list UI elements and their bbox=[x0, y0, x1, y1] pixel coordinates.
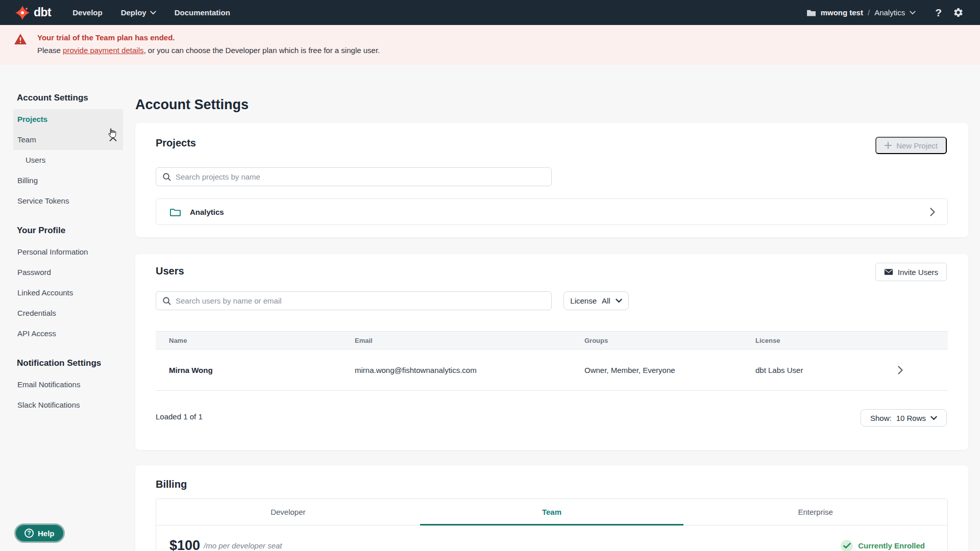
chevron-right-icon bbox=[898, 366, 903, 374]
sidebar-item-team[interactable]: Team bbox=[13, 130, 123, 150]
help-question-icon: ? bbox=[24, 529, 34, 538]
license-filter-label: License bbox=[570, 296, 597, 305]
folder-outline-icon bbox=[169, 207, 181, 217]
billing-plans-panel: Developer Team Enterprise $100 /mo per d… bbox=[156, 498, 948, 551]
project-row-analytics[interactable]: Analytics bbox=[156, 198, 948, 225]
page-title: Account Settings bbox=[135, 97, 249, 113]
trial-banner: Your trial of the Team plan has ended. P… bbox=[0, 25, 980, 65]
col-header-groups: Groups bbox=[571, 337, 742, 344]
table-row[interactable]: Mirna Wong mirna.wong@fishtownanalytics.… bbox=[156, 349, 948, 391]
enrolled-status: Currently Enrolled bbox=[841, 540, 925, 551]
sidebar-item-billing[interactable]: Billing bbox=[13, 170, 123, 191]
sidebar-heading-your-profile: Your Profile bbox=[13, 226, 123, 236]
col-header-email: Email bbox=[341, 337, 571, 344]
nav-help-icon[interactable]: ? bbox=[930, 7, 947, 19]
users-search-input[interactable] bbox=[176, 296, 545, 305]
show-rows-dropdown[interactable]: Show: 10 Rows bbox=[861, 409, 947, 427]
search-icon bbox=[162, 296, 171, 305]
sidebar-item-credentials[interactable]: Credentials bbox=[13, 303, 123, 323]
search-icon bbox=[162, 172, 171, 181]
gear-icon[interactable] bbox=[952, 7, 965, 18]
banner-title: Your trial of the Team plan has ended. bbox=[37, 33, 380, 42]
chevron-down-icon bbox=[616, 298, 622, 303]
projects-heading: Projects bbox=[156, 137, 196, 149]
user-groups-cell: Owner, Member, Everyone bbox=[571, 366, 742, 374]
projects-search-box bbox=[156, 167, 552, 186]
nav-item-develop[interactable]: Develop bbox=[72, 8, 102, 17]
enrolled-text: Currently Enrolled bbox=[858, 541, 925, 550]
sidebar-item-service-tokens[interactable]: Service Tokens bbox=[13, 191, 123, 211]
plus-icon bbox=[885, 142, 892, 149]
chevron-down-icon bbox=[930, 416, 937, 420]
col-header-name: Name bbox=[156, 337, 341, 344]
user-name-cell: Mirna Wong bbox=[156, 366, 341, 374]
nav-menu: Develop Deploy Documentation bbox=[72, 8, 230, 17]
users-table: Name Email Groups License Mirna Wong mir… bbox=[156, 331, 948, 391]
tab-enterprise[interactable]: Enterprise bbox=[683, 499, 947, 525]
license-filter-dropdown[interactable]: License All bbox=[564, 291, 629, 310]
check-icon bbox=[841, 540, 853, 551]
sidebar-item-linked-accounts[interactable]: Linked Accounts bbox=[13, 283, 123, 303]
show-rows-label: Show: bbox=[870, 414, 892, 422]
account-name: mwong test bbox=[821, 8, 863, 17]
tab-team[interactable]: Team bbox=[420, 499, 684, 525]
nav-right: mwong test / Analytics ? bbox=[806, 7, 965, 19]
projects-card: Projects New Project Analytics bbox=[135, 123, 968, 237]
col-header-license: License bbox=[742, 337, 948, 344]
banner-body-prefix: Please bbox=[37, 46, 63, 55]
projects-search-input[interactable] bbox=[176, 172, 545, 181]
nav-item-deploy[interactable]: Deploy bbox=[121, 8, 156, 17]
top-nav: dbt Develop Deploy Documentation mwong t… bbox=[0, 0, 980, 25]
banner-body-suffix: , or you can choose the Developer plan w… bbox=[143, 46, 380, 55]
user-license-cell: dbt Labs User bbox=[742, 366, 948, 374]
show-rows-value: 10 Rows bbox=[896, 414, 926, 422]
billing-card: Billing Developer Team Enterprise $100 /… bbox=[135, 465, 968, 551]
sidebar-item-users[interactable]: Users bbox=[13, 150, 123, 170]
sidebar-heading-account-settings: Account Settings bbox=[13, 93, 123, 103]
sidebar-heading-notification-settings: Notification Settings bbox=[13, 358, 123, 368]
project-name-label: Analytics bbox=[190, 208, 224, 216]
chevron-right-icon bbox=[930, 208, 935, 216]
breadcrumb-separator: / bbox=[868, 8, 870, 17]
loaded-status: Loaded 1 of 1 bbox=[156, 412, 203, 421]
chevron-up-icon bbox=[109, 136, 117, 142]
new-project-button[interactable]: New Project bbox=[875, 137, 947, 154]
chevron-down-icon bbox=[150, 11, 156, 15]
users-card: Users Invite Users License All Name Emai… bbox=[135, 254, 968, 450]
banner-text: Your trial of the Team plan has ended. P… bbox=[37, 33, 380, 55]
envelope-icon bbox=[884, 268, 893, 276]
plan-price-suffix: /mo per developer seat bbox=[204, 541, 282, 550]
dbt-logo-icon bbox=[15, 6, 30, 20]
project-name: Analytics bbox=[874, 8, 905, 17]
nav-item-documentation[interactable]: Documentation bbox=[175, 8, 230, 17]
sidebar-item-slack-notifications[interactable]: Slack Notifications bbox=[13, 395, 123, 415]
payment-details-link[interactable]: provide payment details bbox=[63, 46, 143, 55]
chevron-down-icon bbox=[910, 11, 916, 15]
help-button-label: Help bbox=[38, 529, 55, 538]
account-switcher[interactable]: mwong test / Analytics bbox=[806, 8, 916, 17]
dbt-logo-text: dbt bbox=[34, 6, 51, 19]
banner-body: Please provide payment details, or you c… bbox=[37, 46, 380, 55]
tab-developer[interactable]: Developer bbox=[156, 499, 420, 525]
folder-icon bbox=[806, 9, 816, 17]
settings-sidebar: Account Settings Projects Team Users Bil… bbox=[13, 93, 123, 415]
users-search-box bbox=[156, 291, 552, 310]
users-table-header: Name Email Groups License bbox=[156, 331, 948, 349]
sidebar-item-api-access[interactable]: API Access bbox=[13, 323, 123, 344]
sidebar-item-password[interactable]: Password bbox=[13, 262, 123, 283]
billing-heading: Billing bbox=[156, 479, 187, 490]
sidebar-item-personal-information[interactable]: Personal Information bbox=[13, 242, 123, 262]
sidebar-item-projects[interactable]: Projects bbox=[13, 109, 123, 130]
invite-users-button[interactable]: Invite Users bbox=[875, 263, 947, 281]
users-heading: Users bbox=[156, 265, 184, 277]
plan-price: $100 bbox=[169, 538, 200, 551]
license-filter-value: All bbox=[602, 296, 610, 305]
user-email-cell: mirna.wong@fishtownanalytics.com bbox=[341, 366, 571, 374]
dbt-logo[interactable]: dbt bbox=[15, 6, 51, 20]
sidebar-item-email-notifications[interactable]: Email Notifications bbox=[13, 374, 123, 395]
billing-price-row: $100 /mo per developer seat Currently En… bbox=[169, 538, 925, 551]
help-button[interactable]: ? Help bbox=[14, 523, 65, 543]
billing-plan-tabs: Developer Team Enterprise bbox=[156, 499, 947, 525]
warning-icon bbox=[14, 33, 27, 55]
